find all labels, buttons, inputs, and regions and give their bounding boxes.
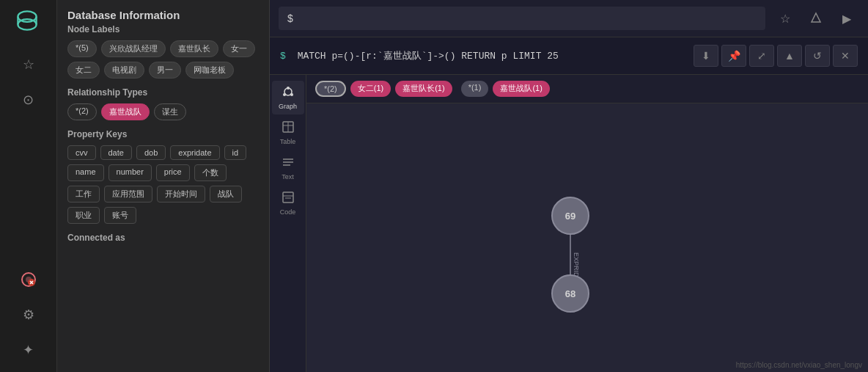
query-expand-btn[interactable]: ⤢ — [749, 45, 774, 67]
node-label-tag[interactable]: 电视剧 — [104, 62, 144, 79]
top-bar-star-icon[interactable]: ☆ — [773, 6, 798, 31]
rel-type-tag[interactable]: 谋生 — [154, 103, 186, 120]
prop-key-tag[interactable]: 开始时间 — [157, 186, 205, 203]
query-actions: ⬇ 📌 ⤢ ▲ ↺ ✕ — [694, 45, 858, 67]
prop-key-tag[interactable]: date — [100, 145, 132, 160]
query-download-btn[interactable]: ⬇ — [694, 45, 718, 67]
text-mode-icon — [282, 156, 295, 172]
top-bar: ☆ ▶ — [270, 0, 868, 37]
query-bar: $ MATCH p=()-[r:`嘉世战队`]->() RETURN p LIM… — [270, 37, 868, 75]
results-area: Graph Table — [270, 75, 868, 372]
property-keys-row: cvv date dob expridate id name number pr… — [67, 145, 259, 224]
node-label-tag[interactable]: 女二 — [67, 62, 100, 79]
sidebar-star-icon[interactable]: ☆ — [14, 50, 43, 79]
relationship-types-row: *(2) 嘉世战队 谋生 — [67, 103, 259, 120]
node-label-tag[interactable]: 男一 — [149, 62, 181, 79]
prop-key-tag[interactable]: 账号 — [104, 207, 136, 224]
query-pin-btn[interactable]: 📌 — [721, 45, 746, 67]
top-bar-bell-icon[interactable] — [803, 6, 828, 31]
query-up-btn[interactable]: ▲ — [777, 45, 802, 67]
prop-key-tag[interactable]: 职业 — [67, 207, 100, 224]
prop-key-tag[interactable]: 应用范围 — [104, 186, 152, 203]
top-bar-play-icon[interactable]: ▶ — [834, 6, 859, 31]
node-68-label: 68 — [565, 288, 575, 299]
db-info-panel: Database Information Node Labels *(5) 兴欣… — [57, 0, 270, 372]
prop-key-tag[interactable]: cvv — [67, 145, 96, 160]
graph-node-69[interactable]: 69 — [551, 197, 589, 235]
node-label-tag[interactable]: 兴欣战队经理 — [101, 40, 166, 57]
graph-area: *(2) 女二(1) 嘉世队长(1) *(1) 嘉世战队(1) — [306, 75, 868, 372]
code-mode-icon — [282, 191, 295, 207]
relationship-types-heading: Relationship Types — [67, 87, 259, 98]
prop-key-tag[interactable]: expridate — [170, 145, 219, 160]
code-mode-label: Code — [280, 208, 296, 216]
text-mode-label: Text — [282, 173, 294, 180]
result-label-all-2[interactable]: *(2) — [315, 81, 346, 97]
graph-footer-url: https://blog.csdn.net/vxiao_shen_longv — [736, 361, 862, 369]
prop-key-tag[interactable]: number — [108, 164, 152, 181]
icon-sidebar: ☆ ⊙ ⚙ ✦ — [0, 0, 57, 372]
result-labels: *(2) 女二(1) 嘉世队长(1) *(1) 嘉世战队(1) — [306, 75, 868, 103]
prop-key-tag[interactable]: dob — [136, 145, 166, 160]
rel-type-tag-pink[interactable]: 嘉世战队 — [101, 103, 150, 120]
result-label-all-1[interactable]: *(1) — [461, 81, 489, 97]
prop-key-tag[interactable]: 工作 — [67, 186, 100, 203]
svg-point-12 — [290, 93, 293, 96]
table-mode-icon — [282, 120, 295, 136]
text-mode-btn[interactable]: Text — [272, 151, 304, 185]
prop-key-tag[interactable]: name — [67, 164, 104, 181]
node-label-tag[interactable]: *(5) — [67, 40, 97, 57]
svg-point-11 — [287, 87, 290, 90]
result-label-jiashileader[interactable]: 嘉世队长(1) — [395, 81, 452, 97]
main-content: ☆ ▶ $ MATCH p=()-[r:`嘉世战队`]->() RETURN p… — [270, 0, 868, 372]
graph-svg: EXPRIDATE — [306, 128, 868, 372]
node-label-tag[interactable]: 网咖老板 — [185, 62, 234, 79]
query-text: $ MATCH p=()-[r:`嘉世战队`]->() RETURN p LIM… — [280, 49, 686, 62]
command-input[interactable] — [279, 7, 765, 30]
app-logo — [14, 7, 43, 37]
sidebar-error-icon[interactable] — [14, 265, 43, 294]
query-close-btn[interactable]: ✕ — [833, 45, 858, 67]
query-dollar: $ — [280, 51, 286, 62]
sidebar-search-icon[interactable]: ⊙ — [14, 85, 43, 114]
result-label-jiashiteam[interactable]: 嘉世战队(1) — [493, 81, 549, 97]
top-bar-icons: ☆ ▶ — [773, 6, 859, 31]
svg-point-13 — [283, 93, 286, 96]
table-mode-btn[interactable]: Table — [272, 116, 304, 150]
connected-as-heading: Connected as — [67, 233, 259, 243]
query-refresh-btn[interactable]: ↺ — [805, 45, 830, 67]
graph-mode-label: Graph — [279, 103, 297, 110]
node-label-tag[interactable]: 女一 — [223, 40, 255, 57]
sidebar-settings-icon[interactable]: ⚙ — [14, 300, 43, 329]
table-mode-label: Table — [280, 138, 296, 145]
node-69-label: 69 — [565, 211, 575, 222]
svg-rect-20 — [283, 192, 293, 203]
rel-type-tag[interactable]: *(2) — [67, 103, 97, 120]
graph-mode-btn[interactable]: Graph — [272, 81, 304, 114]
sidebar-plugin-icon[interactable]: ✦ — [14, 335, 43, 365]
result-label-female2[interactable]: 女二(1) — [350, 81, 391, 97]
svg-marker-9 — [812, 13, 820, 22]
query-content: MATCH p=()-[r:`嘉世战队`]->() RETURN p LIMIT… — [298, 51, 559, 62]
code-mode-btn[interactable]: Code — [272, 186, 304, 220]
db-panel-title: Database Information — [67, 9, 259, 21]
property-keys-heading: Property Keys — [67, 129, 259, 139]
node-labels-heading: Node Labels — [67, 24, 259, 34]
node-label-tag[interactable]: 嘉世队长 — [170, 40, 218, 57]
graph-node-68[interactable]: 68 — [551, 274, 589, 313]
graph-canvas: EXPRIDATE 69 68 — [306, 128, 868, 372]
prop-key-tag[interactable]: price — [156, 164, 190, 181]
mode-sidebar: Graph Table — [270, 75, 306, 372]
node-labels-row: *(5) 兴欣战队经理 嘉世队长 女一 女二 电视剧 男一 网咖老板 — [67, 40, 259, 79]
prop-key-tag[interactable]: 个数 — [194, 164, 227, 181]
graph-mode-icon — [282, 85, 295, 101]
prop-key-tag[interactable]: 战队 — [210, 186, 242, 203]
prop-key-tag[interactable]: id — [224, 145, 247, 160]
svg-point-1 — [18, 19, 36, 29]
